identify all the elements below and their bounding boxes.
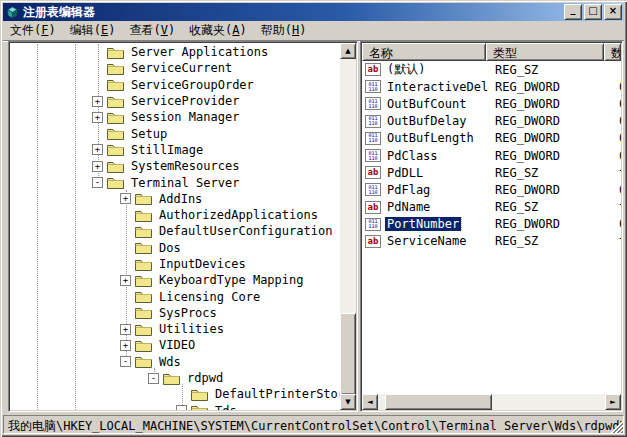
tree-item[interactable]: InputDevices <box>10 256 340 272</box>
list-horizontal-scrollbar[interactable]: ◄ ► <box>362 394 621 410</box>
value-row[interactable]: ab 011110 OutBufDelay REG_DWORD 0x <box>362 113 621 130</box>
column-header[interactable]: 名称 <box>362 43 486 61</box>
maximize-button[interactable]: □ <box>584 4 602 20</box>
folder-icon <box>135 258 152 271</box>
registry-values-pane: 名称 类型 数 ab 011110 (默认) REG_SZ (数 <box>360 41 623 412</box>
value-data: 0x <box>613 114 621 128</box>
tree-expander-icon[interactable]: + <box>92 161 103 172</box>
value-name: PortNumber <box>385 217 461 231</box>
tree-item[interactable]: AuthorizedApplications <box>10 207 340 223</box>
scroll-down-icon[interactable]: ▼ <box>340 394 356 410</box>
tree-item[interactable]: + ServiceProvider <box>10 93 340 109</box>
value-type: REG_DWORD <box>489 217 613 231</box>
tree-item[interactable]: - Wds <box>10 354 340 370</box>
minimize-button[interactable]: _ <box>564 4 582 20</box>
tree-item[interactable]: ServiceGroupOrder <box>10 77 340 93</box>
tree-item[interactable]: + VIDEO <box>10 337 340 353</box>
tree-item[interactable]: + SystemResources <box>10 158 340 174</box>
tree-item-label: Terminal Server <box>129 176 241 190</box>
list-rows: ab 011110 (默认) REG_SZ (数 ab 011110 Inter… <box>362 61 621 394</box>
value-type: REG_DWORD <box>489 114 613 128</box>
tree-item[interactable]: ServiceCurrent <box>10 60 340 76</box>
tree-item[interactable]: + KeyboardType Mapping <box>10 272 340 288</box>
menu-item[interactable]: 查看(V) <box>122 20 182 41</box>
tree-expander-icon[interactable]: - <box>92 177 103 188</box>
tree-expander-icon[interactable]: + <box>120 193 131 204</box>
tree-item[interactable]: + AddIns <box>10 191 340 207</box>
tree-expander-icon[interactable]: + <box>120 324 131 335</box>
tree-item[interactable]: Server Applications <box>10 44 340 60</box>
list-scrollbar-thumb[interactable] <box>385 394 492 410</box>
resize-grip[interactable] <box>611 421 623 433</box>
tree-expander-icon[interactable]: + <box>92 96 103 107</box>
tree-item-label: Utilities <box>157 322 226 336</box>
tree-expander-icon[interactable]: - <box>120 356 131 367</box>
value-name: (默认) <box>385 62 427 76</box>
folder-icon <box>135 290 152 303</box>
column-header[interactable]: 数 <box>604 43 621 61</box>
menu-item[interactable]: 文件(F) <box>3 20 63 41</box>
dword-value-icon: 011110 <box>365 183 381 196</box>
tree-expander-icon[interactable]: + <box>120 275 131 286</box>
status-field: 我的电脑\HKEY_LOCAL_MACHINE\SYSTEM\CurrentCo… <box>3 415 624 434</box>
tree-rows: Server Applications ServiceCurrent <box>10 44 340 410</box>
tree-item[interactable]: + Session Manager <box>10 109 340 125</box>
tree-item-label: Server Applications <box>129 45 270 59</box>
scroll-right-icon[interactable]: ► <box>605 394 621 410</box>
value-row[interactable]: ab 011110 PdName REG_SZ tc <box>362 199 621 216</box>
value-data: (数 <box>613 61 621 78</box>
value-name: PdName <box>385 200 432 214</box>
tree-item[interactable]: - Terminal Server <box>10 174 340 190</box>
folder-icon <box>107 143 124 156</box>
value-row[interactable]: ab 011110 PdFlag REG_DWORD 0x <box>362 181 621 198</box>
scroll-up-icon[interactable]: ▲ <box>340 43 356 59</box>
scroll-left-icon[interactable]: ◄ <box>362 394 378 410</box>
tree-item[interactable]: - Tds <box>10 403 340 410</box>
window-controls: _ □ × <box>564 4 624 20</box>
value-data: 0x <box>613 131 621 145</box>
statusbar: 我的电脑\HKEY_LOCAL_MACHINE\SYSTEM\CurrentCo… <box>3 413 624 434</box>
value-name: OutBufDelay <box>385 114 468 128</box>
tree-vertical-scrollbar[interactable]: ▲ ▼ <box>340 43 356 410</box>
value-row[interactable]: ab 011110 ServiceName REG_SZ tc <box>362 233 621 250</box>
menu-item[interactable]: 帮助(H) <box>254 20 314 41</box>
value-row[interactable]: ab 011110 PdClass REG_DWORD 0x <box>362 147 621 164</box>
close-button[interactable]: × <box>604 4 622 20</box>
tree-item[interactable]: - rdpwd <box>10 370 340 386</box>
value-icon-cell: ab 011110 <box>362 63 385 76</box>
tree-item[interactable]: Licensing Core <box>10 288 340 304</box>
value-row[interactable]: ab 011110 PortNumber REG_DWORD 0x <box>362 216 621 233</box>
value-row[interactable]: ab 011110 OutBufCount REG_DWORD 0x <box>362 95 621 112</box>
tree-expander-icon[interactable]: + <box>92 144 103 155</box>
value-type: REG_DWORD <box>489 131 613 145</box>
tree-item-label: Wds <box>157 355 183 369</box>
tree-item-label: SystemResources <box>129 159 241 173</box>
value-name-cell: (默认) <box>385 61 489 78</box>
tree-item[interactable]: DefaultUserConfiguration <box>10 223 340 239</box>
tree-item[interactable]: Setup <box>10 125 340 141</box>
value-row[interactable]: ab 011110 InteractiveDelay REG_DWORD 0x <box>362 78 621 95</box>
tree-expander-icon[interactable]: + <box>92 112 103 123</box>
value-row[interactable]: ab 011110 (默认) REG_SZ (数 <box>362 61 621 78</box>
folder-icon <box>163 372 180 385</box>
tree-item[interactable]: + StillImage <box>10 142 340 158</box>
tree-item[interactable]: Dos <box>10 240 340 256</box>
menu-item[interactable]: 收藏夹(A) <box>182 20 254 41</box>
tree-item[interactable]: + Utilities <box>10 321 340 337</box>
tree-item[interactable]: SysProcs <box>10 305 340 321</box>
menu-item[interactable]: 编辑(E) <box>63 20 123 41</box>
tree-item-label: DefaultUserConfiguration <box>157 224 334 238</box>
value-row[interactable]: ab 011110 OutBufLength REG_DWORD 0x <box>362 130 621 147</box>
column-header[interactable]: 类型 <box>486 43 604 61</box>
tree-expander-icon[interactable]: - <box>176 405 187 410</box>
tree-scrollbar-thumb[interactable] <box>340 313 356 395</box>
menu-item-label: 帮助( <box>261 23 292 37</box>
value-row[interactable]: ab 011110 PdDLL REG_SZ td <box>362 164 621 181</box>
value-name-cell: InteractiveDelay <box>385 80 489 94</box>
regedit-window: 注册表编辑器 _ □ × 文件(F) 编辑(E) 查看(V) 收藏夹(A) 帮助… <box>0 0 627 437</box>
tree-expander-icon[interactable]: + <box>120 340 131 351</box>
titlebar[interactable]: 注册表编辑器 _ □ × <box>3 3 624 21</box>
tree-item[interactable]: DefaultPrinterStore <box>10 386 340 402</box>
tree-expander-icon[interactable]: - <box>148 373 159 384</box>
window-title: 注册表编辑器 <box>23 4 95 21</box>
